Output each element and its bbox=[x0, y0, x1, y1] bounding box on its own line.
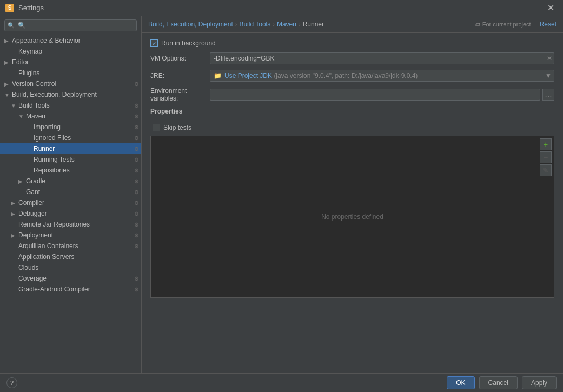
run-in-background-row: Run in background bbox=[150, 39, 554, 47]
sidebar-item-deployment[interactable]: ▶Deployment⚙ bbox=[0, 230, 141, 241]
breadcrumb-sep-2: › bbox=[273, 21, 275, 28]
copy-icon-arquillian: ⚙ bbox=[134, 243, 139, 249]
jre-row: JRE: 📁 Use Project JDK (java version "9.… bbox=[150, 70, 554, 82]
sidebar-item-version-control[interactable]: ▶Version Control⚙ bbox=[0, 78, 141, 89]
sidebar-item-remote-jar[interactable]: Remote Jar Repositories⚙ bbox=[0, 219, 141, 230]
breadcrumb-tag: 🏷 For current project bbox=[475, 21, 531, 28]
sidebar-item-label-gradle: Gradle bbox=[26, 177, 134, 185]
sidebar-item-label-gant: Gant bbox=[26, 188, 134, 196]
env-vars-input-wrapper: … bbox=[210, 89, 554, 101]
sidebar-item-coverage[interactable]: Coverage⚙ bbox=[0, 273, 141, 284]
sidebar-item-label-coverage: Coverage bbox=[18, 275, 134, 282]
copy-icon-maven: ⚙ bbox=[134, 114, 139, 119]
jre-dropdown-arrow-icon: ▼ bbox=[545, 72, 552, 79]
search-icon: 🔍 bbox=[8, 22, 15, 29]
sidebar-item-editor[interactable]: ▶Editor bbox=[0, 57, 141, 68]
copy-icon-ignored-files: ⚙ bbox=[134, 135, 139, 141]
sidebar-item-label-runner: Runner bbox=[34, 145, 134, 152]
sidebar: 🔍 ▶Appearance & BehaviorKeymap▶EditorPlu… bbox=[0, 16, 142, 373]
sidebar-item-compiler[interactable]: ▶Compiler⚙ bbox=[0, 197, 141, 208]
sidebar-item-label-clouds: Clouds bbox=[18, 264, 141, 271]
edit-property-button[interactable]: ✎ bbox=[540, 164, 552, 176]
sidebar-item-label-build-tools: Build Tools bbox=[18, 102, 134, 109]
env-vars-browse-button[interactable]: … bbox=[542, 89, 554, 101]
remove-property-button[interactable]: − bbox=[540, 151, 552, 163]
jre-name: Use Project JDK bbox=[224, 72, 272, 79]
sidebar-item-label-build-exec-deploy: Build, Execution, Deployment bbox=[12, 91, 141, 98]
vm-options-value-wrapper: ✕ bbox=[210, 52, 554, 64]
properties-section: Properties Skip tests + − ✎ No propertie… bbox=[150, 108, 554, 298]
copy-icon-importing: ⚙ bbox=[134, 124, 139, 130]
sidebar-item-label-deployment: Deployment bbox=[18, 231, 134, 239]
sidebar-item-clouds[interactable]: Clouds bbox=[0, 262, 141, 273]
sidebar-item-label-appearance: Appearance & Behavior bbox=[12, 37, 141, 44]
sidebar-item-label-app-servers: Application Servers bbox=[18, 253, 141, 261]
copy-icon-coverage: ⚙ bbox=[134, 276, 139, 282]
breadcrumb: Build, Execution, Deployment › Build Too… bbox=[142, 16, 563, 33]
sidebar-item-gradle-android[interactable]: Gradle-Android Compiler⚙ bbox=[0, 284, 141, 295]
sidebar-item-gant[interactable]: Gant⚙ bbox=[0, 187, 141, 197]
ok-button[interactable]: OK bbox=[447, 376, 474, 389]
sidebar-item-label-debugger: Debugger bbox=[18, 210, 134, 217]
vm-options-input[interactable] bbox=[210, 52, 554, 64]
sidebar-item-appearance[interactable]: ▶Appearance & Behavior bbox=[0, 35, 141, 46]
breadcrumb-current: Runner bbox=[303, 21, 324, 28]
copy-icon-debugger: ⚙ bbox=[134, 211, 139, 217]
app-icon: S bbox=[5, 4, 14, 12]
breadcrumb-item-2[interactable]: Build Tools bbox=[239, 21, 270, 28]
copy-icon-running-tests: ⚙ bbox=[134, 157, 139, 163]
sidebar-item-debugger[interactable]: ▶Debugger⚙ bbox=[0, 208, 141, 219]
search-bar: 🔍 bbox=[0, 16, 141, 35]
properties-title: Properties bbox=[150, 108, 554, 115]
sidebar-item-ignored-files[interactable]: Ignored Files⚙ bbox=[0, 132, 141, 143]
env-vars-input[interactable] bbox=[210, 89, 540, 101]
search-input[interactable] bbox=[4, 19, 137, 31]
sidebar-item-runner[interactable]: Runner⚙ bbox=[0, 143, 141, 154]
sidebar-item-plugins[interactable]: Plugins bbox=[0, 68, 141, 78]
add-property-button[interactable]: + bbox=[540, 138, 552, 150]
sidebar-tree: ▶Appearance & BehaviorKeymap▶EditorPlugi… bbox=[0, 35, 141, 295]
env-vars-label: Environment variables: bbox=[150, 87, 210, 102]
close-button[interactable]: ✕ bbox=[544, 2, 558, 14]
vm-options-clear-icon[interactable]: ✕ bbox=[547, 55, 552, 62]
sidebar-item-repositories[interactable]: Repositories⚙ bbox=[0, 165, 141, 176]
sidebar-item-label-editor: Editor bbox=[12, 58, 141, 66]
sidebar-item-maven[interactable]: ▼Maven⚙ bbox=[0, 111, 141, 122]
sidebar-item-label-plugins: Plugins bbox=[18, 69, 141, 77]
cancel-button[interactable]: Cancel bbox=[479, 376, 518, 389]
copy-icon-gradle-android: ⚙ bbox=[134, 287, 139, 293]
jre-dropdown[interactable]: 📁 Use Project JDK (java version "9.0.4",… bbox=[210, 70, 554, 82]
copy-icon-gant: ⚙ bbox=[134, 189, 139, 195]
breadcrumb-item-3[interactable]: Maven bbox=[277, 21, 296, 28]
sidebar-item-label-keymap: Keymap bbox=[18, 48, 141, 55]
vm-options-label: VM Options: bbox=[150, 55, 210, 62]
sidebar-item-build-tools[interactable]: ▼Build Tools⚙ bbox=[0, 100, 141, 111]
run-in-background-checkbox[interactable] bbox=[150, 39, 158, 47]
apply-button[interactable]: Apply bbox=[522, 376, 557, 389]
window-title: Settings bbox=[18, 4, 44, 12]
search-wrapper: 🔍 bbox=[4, 19, 137, 31]
sidebar-item-arquillian[interactable]: Arquillian Containers⚙ bbox=[0, 241, 141, 251]
title-bar: S Settings ✕ bbox=[0, 0, 563, 16]
sidebar-item-running-tests[interactable]: Running Tests⚙ bbox=[0, 154, 141, 165]
breadcrumb-item-1[interactable]: Build, Execution, Deployment bbox=[148, 21, 233, 28]
jre-label: JRE: bbox=[150, 72, 210, 79]
content-panel: Build, Execution, Deployment › Build Too… bbox=[142, 16, 563, 373]
copy-icon-remote-jar: ⚙ bbox=[134, 222, 139, 228]
skip-tests-checkbox[interactable] bbox=[153, 124, 160, 131]
sidebar-item-importing[interactable]: Importing⚙ bbox=[0, 122, 141, 132]
form-area: Run in background VM Options: ✕ JRE: bbox=[142, 33, 563, 373]
reset-button[interactable]: Reset bbox=[540, 21, 557, 28]
sidebar-item-build-exec-deploy[interactable]: ▼Build, Execution, Deployment bbox=[0, 89, 141, 100]
breadcrumb-sep-1: › bbox=[235, 21, 237, 28]
sidebar-item-label-arquillian: Arquillian Containers bbox=[18, 242, 134, 250]
copy-icon-runner: ⚙ bbox=[134, 146, 139, 152]
help-button[interactable]: ? bbox=[6, 377, 17, 388]
copy-icon-repositories: ⚙ bbox=[134, 168, 139, 174]
sidebar-item-gradle[interactable]: ▶Gradle⚙ bbox=[0, 176, 141, 187]
env-vars-row: Environment variables: … bbox=[150, 87, 554, 102]
sidebar-item-label-compiler: Compiler bbox=[18, 199, 134, 207]
sidebar-item-label-importing: Importing bbox=[34, 123, 134, 131]
sidebar-item-keymap[interactable]: Keymap bbox=[0, 46, 141, 57]
sidebar-item-app-servers[interactable]: Application Servers bbox=[0, 251, 141, 262]
